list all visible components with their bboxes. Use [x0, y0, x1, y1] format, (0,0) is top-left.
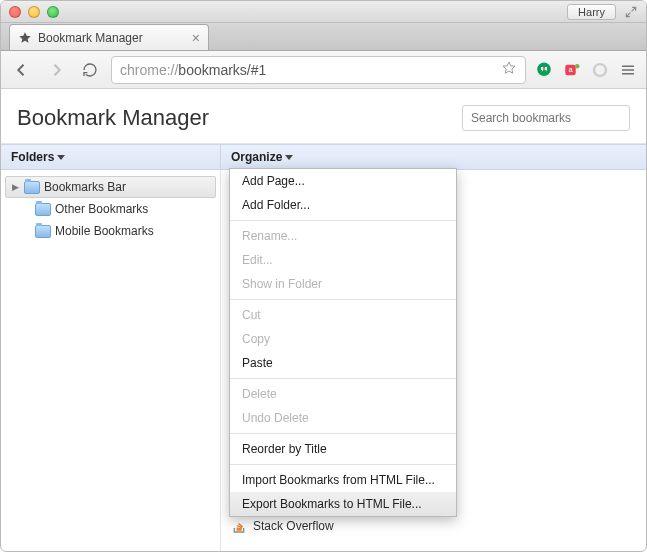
menu-item-undo-delete: Undo Delete [230, 406, 456, 430]
sidebar-item-label: Other Bookmarks [55, 202, 148, 216]
sidebar-item-other-bookmarks[interactable]: Other Bookmarks [5, 198, 216, 220]
bookmark-star-icon[interactable] [501, 60, 517, 79]
sidebar-item-bookmarks-bar[interactable]: ▶ Bookmarks Bar [5, 176, 216, 198]
menu-separator [230, 464, 456, 465]
browser-toolbar: chrome://bookmarks/#1 a [1, 51, 646, 89]
close-window-button[interactable] [9, 6, 21, 18]
menu-item-paste[interactable]: Paste [230, 351, 456, 375]
extension-icons: a [534, 60, 638, 80]
menu-item-edit: Edit... [230, 248, 456, 272]
url-path: bookmarks/#1 [178, 62, 266, 78]
fullscreen-icon[interactable] [624, 5, 638, 19]
menu-item-show-in-folder: Show in Folder [230, 272, 456, 296]
chevron-down-icon [285, 155, 293, 160]
menu-separator [230, 299, 456, 300]
star-icon [18, 31, 32, 45]
menu-item-rename: Rename... [230, 224, 456, 248]
bookmark-label: Stack Overflow [253, 519, 334, 533]
column-header-bar: Folders Organize [1, 144, 646, 170]
close-tab-icon[interactable]: × [192, 31, 200, 45]
sidebar-item-label: Bookmarks Bar [44, 180, 126, 194]
profile-button[interactable]: Harry [567, 4, 616, 20]
chevron-down-icon [57, 155, 65, 160]
sidebar-item-mobile-bookmarks[interactable]: Mobile Bookmarks [5, 220, 216, 242]
hangouts-icon[interactable] [534, 60, 554, 80]
extension-circle-icon[interactable] [590, 60, 610, 80]
bookmark-item[interactable]: Stack Overflow [221, 515, 646, 537]
menu-item-cut: Cut [230, 303, 456, 327]
menu-item-add-page[interactable]: Add Page... [230, 169, 456, 193]
disclosure-triangle-icon[interactable]: ▶ [10, 182, 20, 192]
menu-item-add-folder[interactable]: Add Folder... [230, 193, 456, 217]
stackoverflow-icon [231, 518, 247, 534]
page-title: Bookmark Manager [17, 105, 209, 131]
search-bookmarks-input[interactable] [462, 105, 630, 131]
chrome-menu-icon[interactable] [618, 60, 638, 80]
organize-column-header[interactable]: Organize [221, 145, 303, 169]
svg-point-3 [575, 64, 580, 69]
menu-item-delete: Delete [230, 382, 456, 406]
minimize-window-button[interactable] [28, 6, 40, 18]
folder-icon [35, 225, 51, 238]
forward-button[interactable] [43, 57, 69, 83]
tab-title: Bookmark Manager [38, 31, 143, 45]
organize-label: Organize [231, 150, 282, 164]
folder-tree-sidebar: ▶ Bookmarks Bar Other Bookmarks Mobile B… [1, 170, 221, 552]
browser-tab[interactable]: Bookmark Manager × [9, 24, 209, 50]
sidebar-item-label: Mobile Bookmarks [55, 224, 154, 238]
menu-separator [230, 433, 456, 434]
menu-item-export-bookmarks[interactable]: Export Bookmarks to HTML File... [230, 492, 456, 516]
page-header: Bookmark Manager [1, 89, 646, 144]
reload-button[interactable] [77, 57, 103, 83]
folder-icon [24, 181, 40, 194]
menu-item-import-bookmarks[interactable]: Import Bookmarks from HTML File... [230, 468, 456, 492]
window-titlebar: Harry [1, 1, 646, 23]
back-button[interactable] [9, 57, 35, 83]
menu-item-copy: Copy [230, 327, 456, 351]
tab-strip: Bookmark Manager × [1, 23, 646, 51]
menu-separator [230, 378, 456, 379]
menu-separator [230, 220, 456, 221]
extension-badge-icon[interactable]: a [562, 60, 582, 80]
folder-icon [35, 203, 51, 216]
folders-label: Folders [11, 150, 54, 164]
address-bar[interactable]: chrome://bookmarks/#1 [111, 56, 526, 84]
url-scheme: chrome:// [120, 62, 178, 78]
organize-menu: Add Page... Add Folder... Rename... Edit… [229, 168, 457, 517]
zoom-window-button[interactable] [47, 6, 59, 18]
svg-point-4 [594, 64, 606, 76]
traffic-lights [9, 6, 59, 18]
folders-column-header[interactable]: Folders [1, 145, 221, 169]
svg-point-0 [537, 62, 551, 76]
menu-item-reorder-by-title[interactable]: Reorder by Title [230, 437, 456, 461]
